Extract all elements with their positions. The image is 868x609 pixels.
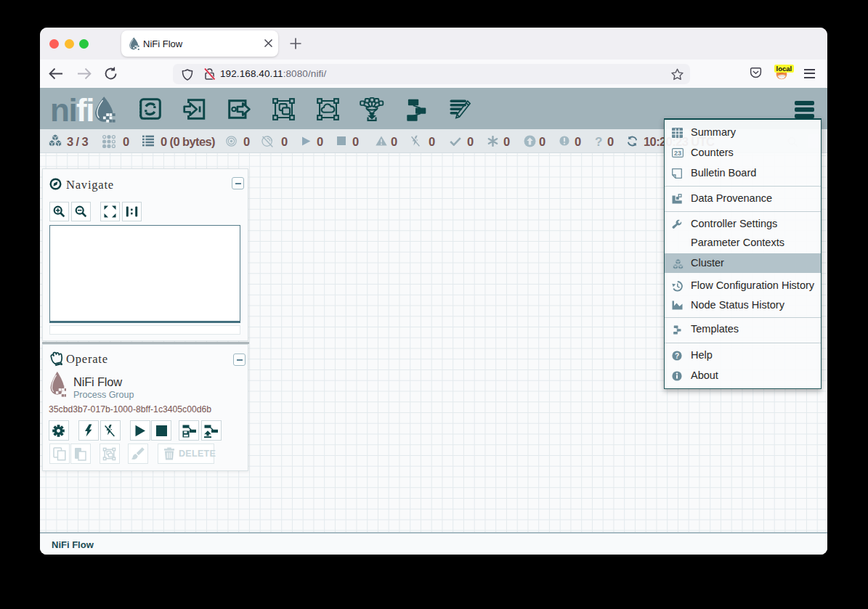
- svg-text:?: ?: [675, 351, 679, 359]
- svg-text:23: 23: [674, 149, 681, 156]
